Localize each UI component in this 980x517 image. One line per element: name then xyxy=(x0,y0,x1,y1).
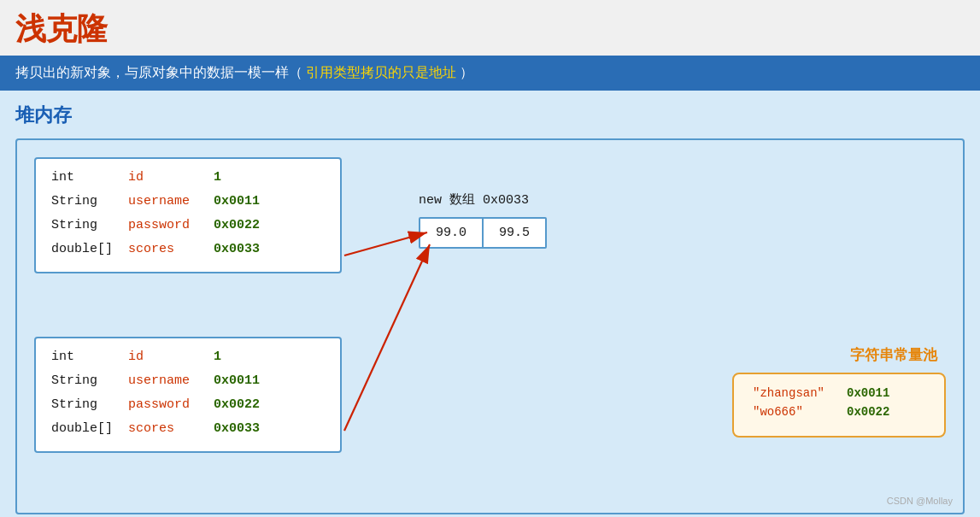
header: 浅克隆 xyxy=(0,0,980,56)
array-cell-0: 99.0 xyxy=(420,219,484,247)
obj1-row-username: String username 0x0011 xyxy=(51,191,325,212)
svg-line-2 xyxy=(344,244,430,431)
svg-line-1 xyxy=(344,232,427,256)
page-title: 浅克隆 xyxy=(15,11,108,46)
heap-section-title: 堆内存 xyxy=(15,103,965,128)
pool-row-wo666: "wo666" 0x0022 xyxy=(753,405,925,419)
heap-area: int id 1 String username 0x0011 String p… xyxy=(15,138,965,514)
obj1-row-id: int id 1 xyxy=(51,167,325,188)
array-box: 99.0 99.5 xyxy=(419,217,547,249)
obj2-row-scores: double[] scores 0x0033 xyxy=(51,419,325,439)
array-label: new 数组 0x0033 xyxy=(419,191,529,208)
obj1-row-password: String password 0x0022 xyxy=(51,215,325,236)
banner-text-close: ） xyxy=(460,64,473,82)
object-box-2: int id 1 String username 0x0011 String p… xyxy=(34,337,342,453)
string-pool-label: 字符串常量池 xyxy=(850,345,937,365)
obj2-row-username: String username 0x0011 xyxy=(51,371,325,391)
watermark: CSDN @Mollay xyxy=(887,496,953,506)
banner: 拷贝出的新对象，与原对象中的数据一模一样（ 引用类型拷贝的只是地址 ） xyxy=(0,56,980,91)
banner-text-highlight: 引用类型拷贝的只是地址 xyxy=(306,64,456,82)
obj2-row-id: int id 1 xyxy=(51,347,325,367)
object-box-1: int id 1 String username 0x0011 String p… xyxy=(34,157,342,273)
array-cell-1: 99.5 xyxy=(484,219,545,247)
obj2-row-password: String password 0x0022 xyxy=(51,395,325,415)
obj1-row-scores: double[] scores 0x0033 xyxy=(51,239,325,260)
page-wrapper: 浅克隆 拷贝出的新对象，与原对象中的数据一模一样（ 引用类型拷贝的只是地址 ） … xyxy=(0,0,980,517)
banner-text-normal: 拷贝出的新对象，与原对象中的数据一模一样（ xyxy=(15,64,302,82)
pool-row-zhangsan: "zhangsan" 0x0011 xyxy=(753,386,925,400)
string-pool-box: "zhangsan" 0x0011 "wo666" 0x0022 xyxy=(732,373,946,438)
main-area: 堆内存 int id 1 String username 0x0011 Stri… xyxy=(0,91,980,517)
